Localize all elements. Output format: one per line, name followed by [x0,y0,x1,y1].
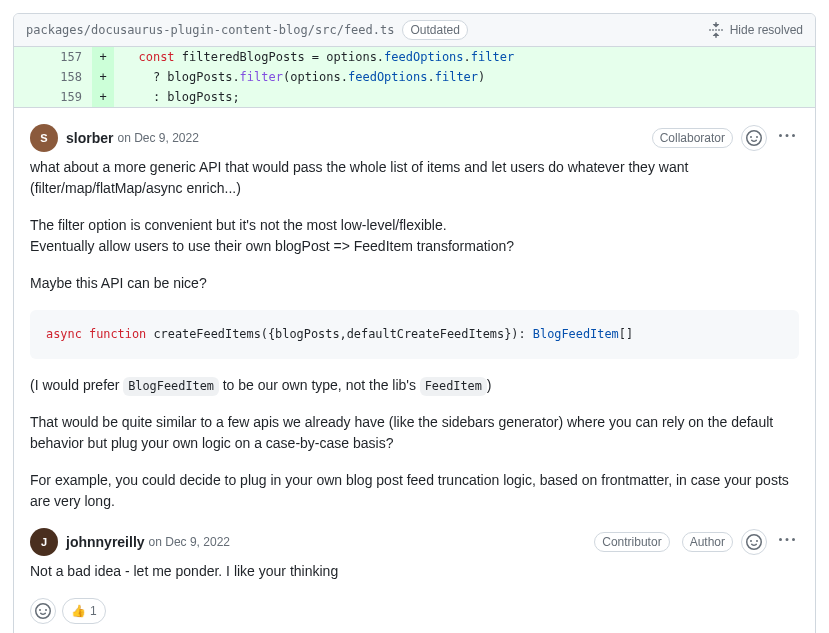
hide-resolved-button[interactable]: Hide resolved [708,22,803,38]
diff-marker: + [92,87,114,107]
comment-body: what about a more generic API that would… [30,157,799,512]
smiley-icon [35,603,51,619]
code-text: const filteredBlogPosts = options.feedOp… [114,47,815,67]
reaction-thumbsup[interactable]: 👍 1 [62,598,106,624]
code-text: : blogPosts; [114,87,815,107]
paragraph: what about a more generic API that would… [30,157,799,199]
hide-resolved-label: Hide resolved [730,23,803,37]
code-text: ? blogPosts.filter(options.feedOptions.f… [114,67,815,87]
inline-code: BlogFeedItem [123,377,218,396]
avatar[interactable]: J [30,528,58,556]
comment: S slorber on Dec 9, 2022 Collaborator wh… [14,108,815,512]
add-reaction-button[interactable] [30,598,56,624]
paragraph: Maybe this API can be nice? [30,273,799,294]
outdated-badge: Outdated [402,20,467,40]
reaction-emoji: 👍 [71,602,86,620]
paragraph: Not a bad idea - let me ponder. I like y… [30,561,799,582]
line-number[interactable]: 159 [14,87,92,107]
comment-date[interactable]: on Dec 9, 2022 [149,535,230,549]
unfold-icon [708,22,724,38]
comment: J johnnyreilly on Dec 9, 2022 Contributo… [14,512,815,633]
diff-marker: + [92,67,114,87]
diff-line: 158 + ? blogPosts.filter(options.feedOpt… [14,67,815,87]
more-actions-button[interactable] [775,528,799,555]
paragraph: The filter option is convenient but it's… [30,215,799,257]
smiley-icon [746,534,762,550]
review-thread: packages/docusaurus-plugin-content-blog/… [13,13,816,633]
diff-block: 157 + const filteredBlogPosts = options.… [14,47,815,108]
author-link[interactable]: johnnyreilly [66,534,145,550]
paragraph: For example, you could decide to plug in… [30,470,799,512]
comment-header: slorber on Dec 9, 2022 Collaborator [66,124,799,151]
smiley-icon [746,130,762,146]
file-header: packages/docusaurus-plugin-content-blog/… [14,14,815,47]
more-actions-button[interactable] [775,124,799,151]
comment-body: Not a bad idea - let me ponder. I like y… [30,561,799,624]
author-link[interactable]: slorber [66,130,113,146]
code-snippet: async function createFeedItems({blogPost… [30,310,799,359]
file-path[interactable]: packages/docusaurus-plugin-content-blog/… [26,23,394,37]
diff-line: 159 + : blogPosts; [14,87,815,107]
comment-date[interactable]: on Dec 9, 2022 [117,131,198,145]
paragraph: That would be quite similar to a few api… [30,412,799,454]
add-reaction-button[interactable] [741,529,767,555]
inline-code: FeedItem [420,377,487,396]
comments-container: S slorber on Dec 9, 2022 Collaborator wh… [14,108,815,633]
role-badge: Author [682,532,733,552]
comment-actions: Contributor Author [590,528,799,555]
comment-actions: Collaborator [648,124,799,151]
reaction-count: 1 [90,602,97,620]
line-number[interactable]: 158 [14,67,92,87]
role-badge: Contributor [594,532,669,552]
paragraph: (I would prefer BlogFeedItem to be our o… [30,375,799,396]
reactions-bar: 👍 1 [30,598,799,624]
diff-line: 157 + const filteredBlogPosts = options.… [14,47,815,67]
kebab-icon [779,532,795,548]
comment-header: johnnyreilly on Dec 9, 2022 Contributor … [66,528,799,555]
add-reaction-button[interactable] [741,125,767,151]
kebab-icon [779,128,795,144]
role-badge: Collaborator [652,128,733,148]
diff-marker: + [92,47,114,67]
avatar[interactable]: S [30,124,58,152]
line-number[interactable]: 157 [14,47,92,67]
